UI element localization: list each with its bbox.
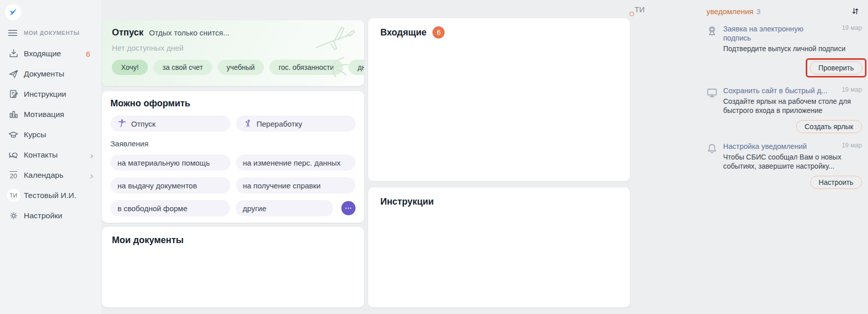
application-label: на получение справки (243, 181, 321, 190)
chat-icon (7, 148, 20, 162)
verify-button[interactable]: Проверить (810, 61, 862, 74)
notifications-panel: уведомления 3 Заявка на электронную подп… (700, 0, 868, 314)
application-issue-documents[interactable]: на выдачу документов (110, 177, 230, 193)
application-free-form[interactable]: в свободной форме (110, 200, 230, 216)
sbis-logo[interactable] (5, 4, 21, 20)
application-personal-data[interactable]: на изменение перс. данных (236, 154, 356, 171)
bar-chart-icon (7, 108, 20, 121)
medal-icon (706, 24, 720, 77)
chevron-right-icon: › (90, 150, 93, 160)
quick-action-label: Переработку (257, 120, 302, 128)
vacation-pill-days[interactable]: дни (348, 60, 364, 75)
sidebar: МОИ ДОКУМЕНТЫ Входящие 6 Документы (0, 0, 101, 314)
vacation-pill-study[interactable]: учебный (218, 60, 264, 75)
graduation-cap-icon (7, 128, 20, 141)
application-label: другие (243, 204, 266, 213)
instructions-card-title[interactable]: Инструкции (380, 197, 618, 207)
quick-action-overtime[interactable]: Переработку (236, 115, 356, 132)
vacation-pill-own-expense[interactable]: за свой счет (153, 60, 212, 75)
my-documents-title[interactable]: Мои документы (112, 235, 354, 246)
application-get-certificate[interactable]: на получение справки (236, 177, 356, 193)
user-initials: ТИ (635, 5, 645, 14)
document-edit-icon (7, 88, 20, 101)
notification-date: 19 мар (838, 24, 862, 31)
sort-icon[interactable] (851, 7, 860, 16)
vacation-card: Отпуск Отдых только снится... Нет доступ… (102, 20, 364, 86)
application-label: на изменение перс. данных (243, 159, 341, 167)
notification-item: Сохранить сайт в быстрый д... 19 мар Соз… (706, 86, 862, 133)
applications-section-label: Заявления (110, 139, 356, 148)
apply-card: Можно оформить Отпуск Пере (102, 91, 364, 223)
sidebar-item-settings[interactable]: Настройки (0, 206, 101, 226)
sidebar-item-profile[interactable]: ТИ Тестовый И.И. (0, 185, 101, 206)
more-applications-button[interactable]: ... (341, 201, 356, 215)
paper-plane-icon (7, 67, 20, 81)
sidebar-item-label: Контакты (24, 150, 58, 160)
vacation-card-subtitle: Отдых только снится... (149, 28, 229, 37)
sidebar-item-inbox[interactable]: Входящие 6 (0, 44, 101, 64)
status-dot-icon (629, 12, 634, 16)
vacation-pill-state-duties[interactable]: гос. обязанности (269, 60, 343, 75)
monitor-icon (706, 86, 720, 133)
notification-item: Настройка уведомлений 19 мар Чтобы СБИС … (706, 142, 862, 189)
chevron-right-icon: › (90, 171, 93, 180)
highlight-annotation-box: Проверить (806, 58, 866, 77)
bell-icon (706, 142, 720, 189)
notification-title-link[interactable]: Сохранить сайт в быстрый д... (723, 86, 827, 95)
sidebar-item-calendar[interactable]: 20 Календарь › (0, 165, 101, 185)
sidebar-item-label: Курсы (24, 130, 46, 139)
person-icon (243, 119, 252, 128)
sidebar-item-motivation[interactable]: Мотивация (0, 104, 101, 125)
notification-body: Подтвердите выпуск личной подписи (723, 44, 862, 53)
avatar: ТИ (7, 189, 20, 202)
vacation-pill-want[interactable]: Хочу! (112, 60, 148, 75)
sidebar-item-label: Настройки (24, 211, 62, 220)
sidebar-item-label: Календарь (24, 171, 63, 180)
sidebar-item-courses[interactable]: Курсы (0, 125, 101, 145)
application-label: на материальную помощь (117, 159, 210, 167)
sidebar-item-label: Входящие (24, 49, 61, 58)
notification-title-link[interactable]: Заявка на электронную подпись (723, 24, 832, 43)
application-other[interactable]: другие (235, 200, 333, 216)
configure-button[interactable]: Настроить (810, 176, 862, 189)
my-documents-card: Мои документы (102, 227, 364, 307)
apply-card-title[interactable]: Можно оформить (110, 98, 356, 109)
sidebar-item-label: Инструкции (24, 90, 66, 99)
hamburger-menu-icon[interactable] (8, 27, 17, 38)
notification-date: 19 мар (838, 142, 862, 149)
sidebar-item-label: Документы (24, 69, 64, 78)
notification-body: Создайте ярлык на рабочем столе для быст… (723, 97, 862, 115)
create-shortcut-button[interactable]: Создать ярлык (796, 120, 862, 133)
application-label: на выдачу документов (117, 181, 197, 190)
sidebar-section-header: МОИ ДОКУМЕНТЫ (24, 30, 80, 36)
inbox-count-badge: 6 (86, 50, 90, 58)
notifications-count: 3 (757, 7, 761, 16)
palm-icon (117, 119, 127, 128)
app-root: МОИ ДОКУМЕНТЫ Входящие 6 Документы (0, 0, 868, 314)
notification-body: Чтобы СБИС сообщал Вам о новых событиях,… (723, 152, 862, 171)
notification-title-link[interactable]: Настройка уведомлений (723, 142, 807, 151)
sidebar-item-label: Мотивация (24, 110, 64, 119)
inbox-card-badge: 6 (432, 26, 445, 38)
bird-logo-icon (8, 7, 19, 18)
sidebar-item-instructions[interactable]: Инструкции (0, 84, 101, 104)
inbox-icon (7, 47, 20, 60)
vacation-card-title[interactable]: Отпуск (112, 27, 143, 38)
calendar-icon: 20 (7, 169, 20, 182)
notification-item: Заявка на электронную подпись 19 мар Под… (706, 24, 862, 77)
application-material-help[interactable]: на материальную помощь (110, 154, 230, 171)
sidebar-item-documents[interactable]: Документы (0, 64, 101, 84)
vacation-status: Нет доступных дней (112, 44, 354, 52)
notifications-title[interactable]: уведомления (706, 7, 754, 16)
sidebar-item-contacts[interactable]: Контакты › (0, 145, 101, 165)
sidebar-item-label: Тестовый И.И. (24, 191, 76, 200)
notification-date: 19 мар (838, 86, 862, 93)
inbox-card: Входящие 6 (368, 18, 630, 181)
vacation-pill-row: Хочу! за свой счет учебный гос. обязанно… (112, 60, 364, 75)
quick-action-vacation[interactable]: Отпуск (110, 115, 230, 132)
user-badge[interactable]: ТИ (629, 5, 645, 16)
gear-icon (7, 209, 20, 222)
application-label: в свободной форме (117, 204, 187, 213)
quick-action-label: Отпуск (131, 120, 155, 128)
inbox-card-title[interactable]: Входящие (380, 27, 426, 38)
